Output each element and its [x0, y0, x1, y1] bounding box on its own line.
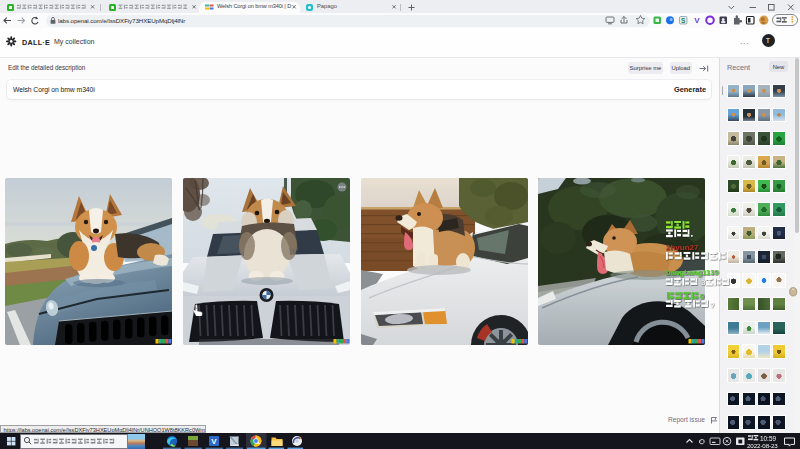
svg-text:3: 3 — [701, 278, 705, 287]
svg-text:0: 0 — [700, 292, 704, 301]
svg-text:V: V — [694, 16, 700, 25]
svg-text:2hyun27: 2hyun27 — [666, 243, 699, 252]
svg-text:S: S — [681, 17, 686, 24]
svg-text:bangbang1139: bangbang1139 — [666, 268, 719, 277]
svg-text:?: ? — [710, 301, 715, 310]
svg-text:V: V — [211, 437, 217, 446]
